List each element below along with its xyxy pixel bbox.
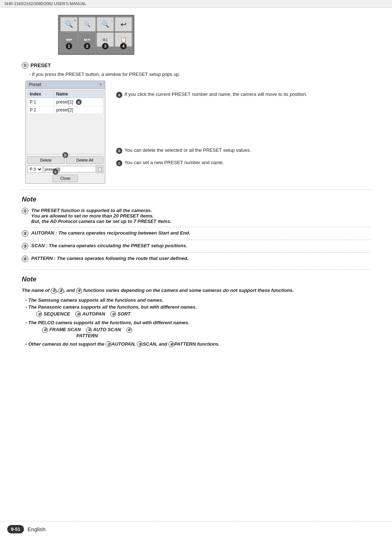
circle-3a: ③ <box>58 288 64 294</box>
note-section-1: Note ① The PRESET function is supported … <box>22 196 370 262</box>
back-btn[interactable]: ↩ <box>115 17 132 32</box>
note-item-4: ④ PATTERN : The camera operates followin… <box>22 256 370 262</box>
preset-dialog: Preset × Index Name P 1 <box>25 81 105 184</box>
note2-panasonic-names: ② SEQUENCE ③ AUTOPAN ④ SORT <box>22 311 131 317</box>
annotation-b: b You can delete the selected or all the… <box>116 147 370 154</box>
note2-bullet-2: - The Panasonic camera supports all the … <box>22 304 370 310</box>
main-content: 🔍 + 🔍 🔍 - ↩ ⏮▶ 1 <box>0 8 392 383</box>
preset-name-1: preset[1] a <box>54 98 103 106</box>
preset-index-1: P 1 <box>28 98 54 106</box>
preset-index-2: P 2 <box>28 106 54 114</box>
divider-1 <box>22 190 370 190</box>
divider-2 <box>22 269 370 270</box>
preset-btn[interactable]: ⏮▶ 1 <box>60 32 78 47</box>
scan-icon: ≡↕ <box>102 37 108 42</box>
pattern-btn[interactable]: 📋 4 <box>115 32 132 47</box>
page-badge: 9-51 <box>7 525 24 533</box>
col-index: Index <box>28 90 54 98</box>
note-text-2: AUTOPAN : The camera operates reciprocat… <box>31 230 190 236</box>
zoom-fit-btn[interactable]: 🔍 <box>78 17 96 32</box>
preset-bottom: b Delete Delete All P 3 📋 c <box>26 154 105 183</box>
zoom-out-btn[interactable]: 🔍 - <box>97 17 114 32</box>
preset-section: ① PRESET - If you press the PRESET butto… <box>22 62 370 184</box>
annotation-a-text: If you click the current PRESET number a… <box>124 91 307 97</box>
circle-2b: ② <box>36 311 42 317</box>
preset-dialog-label: Preset <box>29 82 41 87</box>
zoom-in-icon: 🔍 <box>65 20 73 28</box>
preset-body: Preset × Index Name P 1 <box>22 81 370 184</box>
note-title-2: Note <box>22 276 370 283</box>
preset-dialog-title: Preset × <box>26 81 105 89</box>
minus-icon: - <box>111 19 112 23</box>
preset-circle-num: ① <box>22 62 28 69</box>
badge-a: a <box>76 99 82 105</box>
circle-2d: ② <box>106 341 111 347</box>
autopan-btn[interactable]: ⏭▶ 2 <box>78 32 96 47</box>
divider-1b <box>22 240 370 240</box>
zoom-out-icon: 🔍 <box>101 20 109 28</box>
preset-dialog-close[interactable]: × <box>99 82 102 87</box>
preset-number-badge: 1 <box>66 43 72 49</box>
divider-1a <box>22 227 370 227</box>
preset-label: PRESET <box>30 62 51 68</box>
note-circle-1: ① <box>22 208 28 214</box>
circle-4a: ④ <box>76 288 82 294</box>
circle-3d: ③ <box>137 341 143 347</box>
note-text-4: PATTERN : The camera operates following … <box>31 256 188 261</box>
toolbar-section: 🔍 + 🔍 🔍 - ↩ ⏮▶ 1 <box>22 15 370 55</box>
note2-pelco-names: ② FRAME SCAN ③ AUTO SCAN ④ PATTERN <box>22 327 138 338</box>
preset-name-2: preset[2] <box>54 106 103 114</box>
pattern-icon: 📋 <box>121 37 127 42</box>
note-circle-4: ④ <box>22 256 28 262</box>
delete-all-btn[interactable]: Delete All <box>66 156 103 164</box>
zoom-in-btn[interactable]: 🔍 + <box>60 17 78 32</box>
circle-2a: ② <box>51 288 57 294</box>
scan-number-badge: 3 <box>102 43 109 49</box>
note-line-1a: The PRESET function is supported to all … <box>31 208 171 213</box>
circle-2c: ② <box>42 327 48 333</box>
preset-row-1[interactable]: P 1 preset[1] a <box>28 98 103 106</box>
note2-bullet-3: - The PELCO camera supports all the func… <box>22 320 370 325</box>
autopan-icon: ⏭▶ <box>84 37 90 42</box>
circle-4b: ④ <box>110 311 116 317</box>
col-name: Name <box>54 90 103 98</box>
preset-add-icon-btn[interactable]: 📋 <box>97 165 103 173</box>
add-icon: 📋 <box>97 167 103 172</box>
delete-btn[interactable]: Delete <box>27 156 65 164</box>
scan-btn[interactable]: ≡↕ 3 <box>97 32 114 47</box>
badge-b-indicator: b <box>62 152 68 158</box>
preset-table: Index Name P 1 preset[1] a <box>27 90 103 114</box>
pattern-number-badge: 4 <box>120 43 127 49</box>
note-title-1: Note <box>22 196 370 203</box>
badge-c-annotation: c <box>116 160 122 166</box>
toolbar-row-2: ⏮▶ 1 ⏭▶ 2 ≡↕ 3 📋 4 <box>60 32 132 47</box>
header-bar: SHR-2160/2162/2080/2082 USER'S MANUAL <box>0 0 392 8</box>
preset-close-btn[interactable]: Close <box>53 175 78 182</box>
note2-bullet-4: - Other cameras do not support the ②AUTO… <box>22 341 370 347</box>
autopan-number-badge: 2 <box>84 43 90 49</box>
note-text-1: The PRESET function is supported to all … <box>31 208 171 224</box>
zoom-fit-icon: 🔍 <box>84 21 90 27</box>
note-item-2: ② AUTOPAN : The camera operates reciproc… <box>22 230 370 237</box>
badge-c-indicator: c <box>53 169 58 175</box>
divider-1c <box>22 252 370 253</box>
preset-row-2[interactable]: P 2 preset[2] <box>28 106 103 114</box>
preset-icon: ⏮▶ <box>66 37 72 42</box>
preset-name-input[interactable] <box>44 166 96 172</box>
annotation-c: c You can set a new PRESET number and na… <box>116 160 370 166</box>
preset-select[interactable]: P 3 <box>27 166 43 173</box>
note-circle-3: ③ <box>22 243 28 249</box>
circle-4d: ④ <box>168 341 174 347</box>
circle-3c: ③ <box>86 327 92 333</box>
note-item-3: ③ SCAN : The camera operates circulating… <box>22 243 370 249</box>
preset-header: ① PRESET <box>22 62 370 69</box>
footer-language: English <box>28 526 45 532</box>
note-line-1c: But, the AD Protocol camera can be set u… <box>31 219 171 224</box>
circle-4c: ④ <box>126 327 132 333</box>
note2-bullet-1: - The Samsung camera supports all the fu… <box>22 297 370 303</box>
preset-btn-row: b Delete Delete All <box>27 156 103 164</box>
annotation-a: a If you click the current PRESET number… <box>116 91 370 98</box>
annotation-c-text: You can set a new PRESET number and name… <box>124 160 224 165</box>
note-line-1b: You are allowed to set no more than 20 P… <box>31 213 171 219</box>
note2-intro: The name of ②,③, and ④ functions varies … <box>22 288 370 294</box>
